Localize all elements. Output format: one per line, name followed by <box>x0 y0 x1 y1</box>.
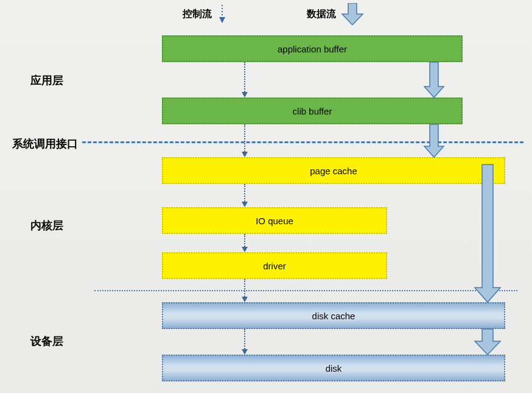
layer-label-app: 应用层 <box>30 73 63 88</box>
box-label: page cache <box>310 166 357 176</box>
box-io-queue: IO queue <box>162 207 387 234</box>
svg-marker-3 <box>424 62 444 97</box>
svg-marker-5 <box>475 165 500 302</box>
layer-label-kernel: 内核层 <box>30 218 63 233</box>
box-label: disk cache <box>312 311 355 321</box>
legend-data-label: 数据流 <box>307 8 336 21</box>
box-label: disk <box>326 363 342 374</box>
box-page-cache: page cache <box>162 157 505 184</box>
block-arrow-pagecache-to-diskcache <box>475 165 502 302</box>
legend-control-flow: 控制流 <box>183 5 228 23</box>
svg-marker-6 <box>475 329 500 355</box>
box-disk-cache: disk cache <box>162 302 505 329</box>
separator-syscall <box>82 141 523 143</box>
layer-label-device: 设备层 <box>30 334 63 349</box>
legend: 控制流 数据流 <box>183 3 364 25</box>
thin-arrow-clib-to-pagecache <box>242 124 248 157</box>
svg-marker-1 <box>219 17 225 23</box>
thin-arrow-icon <box>217 5 228 23</box>
thin-arrow-ioqueue-to-driver <box>242 234 248 252</box>
box-application-buffer: application buffer <box>162 35 463 62</box>
thin-arrow-driver-to-diskcache <box>242 279 248 302</box>
separator-device <box>94 290 517 291</box>
box-label: driver <box>263 261 286 271</box>
thin-arrow-app-to-clib <box>242 62 248 97</box>
thin-arrow-pagecache-to-ioqueue <box>242 184 248 207</box>
block-arrow-diskcache-to-disk <box>475 329 502 355</box>
box-label: IO queue <box>256 216 293 226</box>
legend-data-flow: 数据流 <box>307 3 364 25</box>
legend-control-label: 控制流 <box>183 8 212 21</box>
layer-label-syscall: 系统调用接口 <box>12 136 78 151</box>
box-label: clib buffer <box>293 106 332 116</box>
box-driver: driver <box>162 252 387 279</box>
box-clib-buffer: clib buffer <box>162 97 463 124</box>
svg-marker-4 <box>424 124 444 157</box>
block-arrow-clib-to-pagecache <box>423 124 445 157</box>
svg-marker-2 <box>342 3 363 25</box>
box-disk: disk <box>162 355 505 381</box>
thin-arrow-diskcache-to-disk <box>242 329 248 355</box>
block-arrow-icon <box>341 3 364 25</box>
box-label: application buffer <box>278 44 347 54</box>
block-arrow-app-to-clib <box>423 62 445 97</box>
